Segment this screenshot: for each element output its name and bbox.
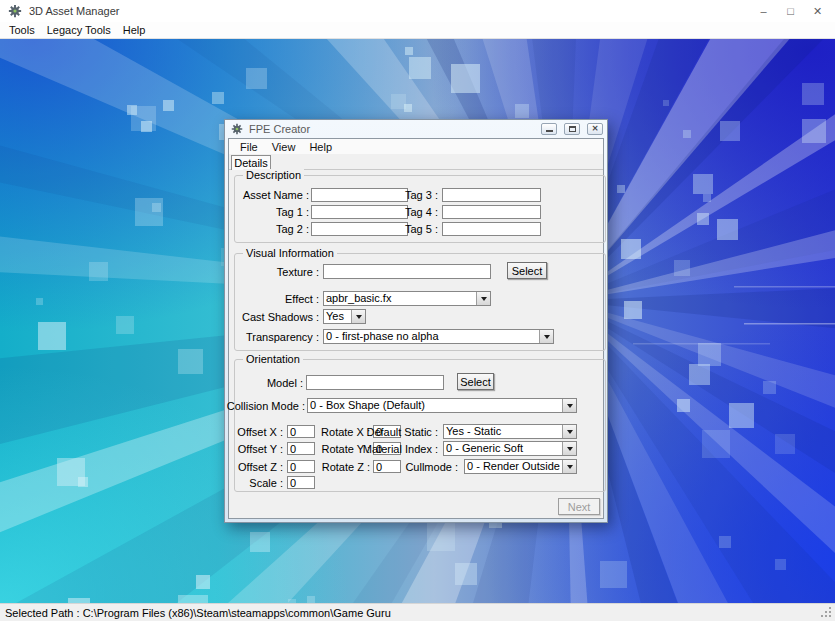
- cast-shadows-value: Yes: [324, 310, 351, 323]
- chevron-down-icon[interactable]: [351, 310, 365, 323]
- group-visual-information: Visual Information Texture : Select Effe…: [234, 253, 606, 351]
- material-index-value: 0 - Generic Soft: [444, 442, 562, 455]
- group-orientation-legend: Orientation: [243, 353, 303, 366]
- group-description-legend: Description: [243, 169, 304, 182]
- status-bar: Selected Path : C:\Program Files (x86)\S…: [0, 603, 835, 621]
- transparency-value: 0 - first-phase no alpha: [324, 330, 539, 343]
- close-icon: ✕: [813, 6, 822, 17]
- fpe-window: FPE Creator ✕ File View Help Details Des…: [224, 119, 608, 523]
- close-button[interactable]: ✕: [804, 0, 831, 22]
- offset-x-label: Offset X :: [237, 425, 283, 439]
- chevron-down-icon[interactable]: [562, 460, 576, 473]
- transparency-label: Transparency :: [246, 330, 319, 344]
- tag4-input[interactable]: [442, 205, 541, 219]
- texture-label: Texture :: [277, 265, 319, 279]
- menu-item-help[interactable]: Help: [117, 22, 152, 38]
- fpe-menubar: File View Help: [229, 139, 603, 154]
- fpe-menu-view[interactable]: View: [265, 140, 303, 154]
- effect-select[interactable]: apbr_basic.fx: [323, 291, 491, 306]
- chevron-down-icon[interactable]: [562, 399, 576, 412]
- asset-name-label: Asset Name :: [243, 188, 309, 202]
- offset-z-label: Offset Z :: [238, 460, 283, 474]
- menu-item-legacy-tools[interactable]: Legacy Tools: [41, 22, 117, 38]
- transparency-select[interactable]: 0 - first-phase no alpha: [323, 329, 554, 344]
- next-button[interactable]: Next: [558, 498, 600, 515]
- cast-shadows-label: Cast Shadows :: [242, 310, 319, 324]
- minimize-icon: [546, 130, 553, 132]
- default-static-select[interactable]: Yes - Static: [443, 424, 577, 439]
- group-description: Description Asset Name : Tag 1 : Tag 2 :…: [234, 175, 606, 243]
- tag1-input[interactable]: [311, 205, 408, 219]
- menu-item-tools[interactable]: Tools: [3, 22, 41, 38]
- cullmode-value: 0 - Render Outside Face Only (Default): [465, 460, 562, 473]
- tag3-input[interactable]: [442, 188, 541, 202]
- offset-y-input[interactable]: [287, 442, 315, 455]
- asset-name-input[interactable]: [311, 188, 408, 202]
- offset-y-label: Offset Y :: [238, 442, 283, 456]
- fpe-menu-help[interactable]: Help: [302, 140, 339, 154]
- cullmode-label: Cullmode :: [405, 460, 458, 474]
- maximize-icon: [569, 126, 576, 132]
- fpe-app-icon: [231, 123, 243, 135]
- material-index-label: Material Index :: [363, 442, 438, 456]
- maximize-icon: □: [787, 6, 794, 17]
- rotate-z-label: Rotate Z :: [322, 460, 370, 474]
- fpe-window-title: FPE Creator: [249, 123, 310, 135]
- main-titlebar: 3D Asset Manager – □ ✕: [0, 0, 835, 22]
- scale-input[interactable]: [287, 476, 315, 489]
- effect-label: Effect :: [285, 292, 319, 306]
- fpe-tabstrip: Details: [229, 154, 603, 170]
- resize-grip[interactable]: [821, 607, 832, 618]
- fpe-maximize-button[interactable]: [564, 123, 580, 135]
- offset-z-input[interactable]: [287, 460, 315, 473]
- default-static-label: Default Static :: [366, 425, 438, 439]
- main-menubar: Tools Legacy Tools Help: [0, 22, 835, 39]
- model-label: Model :: [267, 376, 303, 390]
- group-visual-legend: Visual Information: [243, 247, 337, 260]
- model-select-button[interactable]: Select: [457, 373, 494, 390]
- chevron-down-icon[interactable]: [539, 330, 553, 343]
- collision-mode-value: 0 - Box Shape (Default): [308, 399, 562, 412]
- chevron-down-icon[interactable]: [476, 292, 490, 305]
- app-icon: [8, 4, 22, 18]
- tag2-label: Tag 2 :: [276, 222, 309, 236]
- rotate-x-label: Rotate X :: [321, 425, 370, 439]
- default-static-value: Yes - Static: [444, 425, 562, 438]
- texture-input[interactable]: [323, 264, 491, 279]
- tag1-label: Tag 1 :: [276, 205, 309, 219]
- fpe-close-button[interactable]: ✕: [587, 123, 603, 135]
- cast-shadows-select[interactable]: Yes: [323, 309, 366, 324]
- tag4-label: Tag 4 :: [405, 205, 438, 219]
- tag5-input[interactable]: [442, 222, 541, 236]
- tab-details[interactable]: Details: [231, 155, 271, 170]
- fpe-titlebar: FPE Creator ✕: [225, 120, 607, 138]
- rotate-z-input[interactable]: [373, 460, 401, 473]
- collision-mode-label: Collision Mode :: [227, 399, 305, 413]
- fpe-client-area: File View Help Details Description Asset…: [228, 138, 604, 519]
- minimize-icon: –: [760, 6, 766, 17]
- tag2-input[interactable]: [311, 222, 408, 236]
- tag5-label: Tag 5 :: [405, 222, 438, 236]
- material-index-select[interactable]: 0 - Generic Soft: [443, 441, 577, 456]
- maximize-button[interactable]: □: [777, 0, 804, 22]
- model-input[interactable]: [306, 375, 444, 390]
- close-icon: ✕: [592, 125, 599, 133]
- offset-x-input[interactable]: [287, 425, 315, 438]
- scale-label: Scale :: [249, 476, 283, 490]
- tag3-label: Tag 3 :: [405, 188, 438, 202]
- cullmode-select[interactable]: 0 - Render Outside Face Only (Default): [464, 459, 577, 474]
- fpe-minimize-button[interactable]: [541, 123, 557, 135]
- status-selected-path: Selected Path : C:\Program Files (x86)\S…: [5, 607, 391, 619]
- group-orientation: Orientation Model : Select Collision Mod…: [234, 359, 606, 492]
- chevron-down-icon[interactable]: [562, 442, 576, 455]
- window-controls: – □ ✕: [750, 0, 831, 22]
- window-title: 3D Asset Manager: [29, 5, 120, 17]
- effect-value: apbr_basic.fx: [324, 292, 476, 305]
- minimize-button[interactable]: –: [750, 0, 777, 22]
- collision-mode-select[interactable]: 0 - Box Shape (Default): [307, 398, 577, 413]
- chevron-down-icon[interactable]: [562, 425, 576, 438]
- texture-select-button[interactable]: Select: [507, 262, 547, 279]
- fpe-menu-file[interactable]: File: [233, 140, 265, 154]
